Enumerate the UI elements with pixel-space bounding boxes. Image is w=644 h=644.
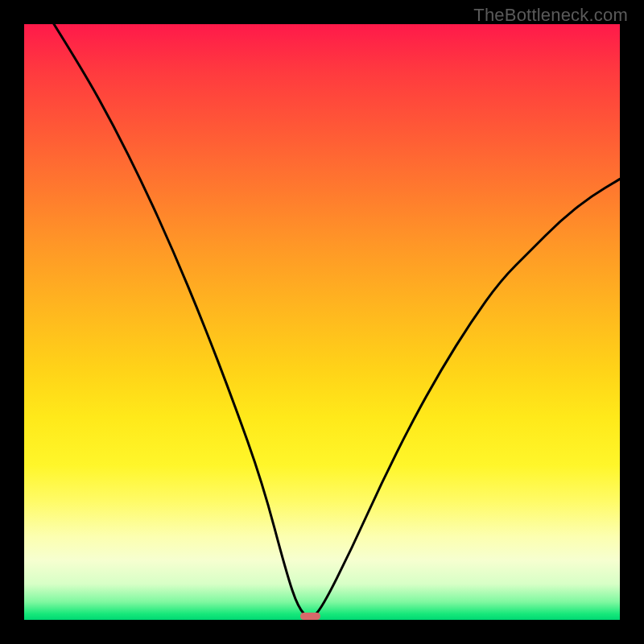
bottleneck-curve [24,24,620,620]
watermark-text: TheBottleneck.com [473,5,628,26]
optimal-marker [300,613,320,620]
chart-area [24,24,620,620]
